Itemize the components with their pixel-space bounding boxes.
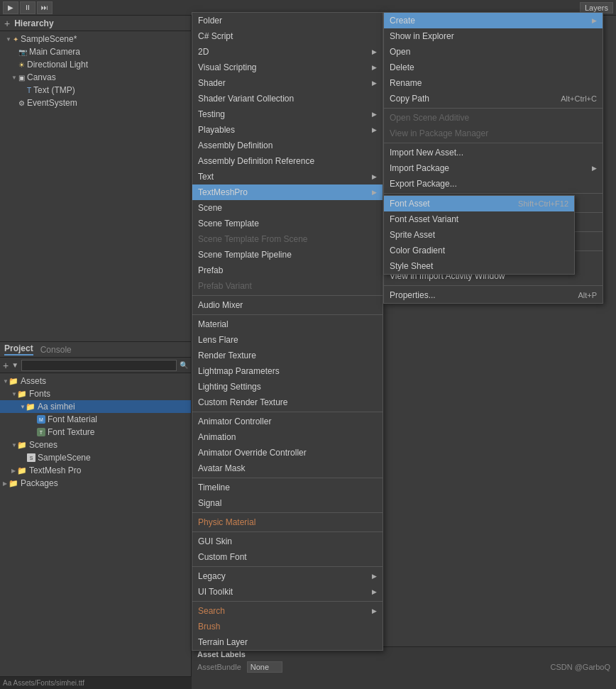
asset-row-fonttexture[interactable]: T Font Texture (0, 426, 191, 439)
menu-item-ui-toolkit[interactable]: UI Toolkit ▶ (192, 584, 383, 600)
search-icon: 🔍 (180, 361, 188, 369)
menu-item-2d[interactable]: 2D ▶ (192, 44, 383, 60)
menu-item-custom-font[interactable]: Custom Font (192, 549, 383, 565)
menu-item-label: Animation (198, 432, 236, 442)
menu-item-physic-material[interactable]: Physic Material (192, 514, 383, 530)
menu-item-label: Font Asset (390, 199, 430, 209)
console-tab[interactable]: Console (40, 345, 72, 355)
menu-item-avatar-mask[interactable]: Avatar Mask (192, 461, 383, 476)
step-button[interactable]: ⏭ (37, 1, 53, 14)
asset-row-packages[interactable]: ▶ 📁 Packages (0, 477, 191, 490)
menu-item-gui-skin[interactable]: GUI Skin (192, 534, 383, 549)
play-button[interactable]: ▶ (3, 1, 18, 14)
hierarchy-item-directionallight[interactable]: ☀ Directional Light (0, 58, 191, 71)
project-panel: Project Console + ▼ 🔍 ▼ 📁 Assets ▼ (0, 342, 191, 689)
submenu-delete[interactable]: Delete (384, 60, 603, 75)
menu-item-brush[interactable]: Brush (192, 619, 383, 634)
project-dropdown-icon[interactable]: ▼ (11, 361, 18, 369)
menu-item-custom-render-texture[interactable]: Custom Render Texture (192, 395, 383, 410)
project-search-input[interactable] (21, 360, 177, 371)
menu-item-animator-controller[interactable]: Animator Controller (192, 414, 383, 429)
submenu-import-package[interactable]: Import Package ▶ (384, 160, 603, 176)
menu-item-assembly-definition[interactable]: Assembly Definition (192, 138, 383, 153)
menu-item-signal[interactable]: Signal (192, 495, 383, 511)
hierarchy-item-samplescene[interactable]: ▼ ✦ SampleScene* (0, 33, 191, 45)
asset-row-aasimhei[interactable]: ▼ 📁 Aa simhei (0, 400, 191, 413)
menu-item-label: Custom Font (198, 552, 247, 562)
menu-item-scene-template[interactable]: Scene Template (192, 216, 383, 231)
menu-item-visual-scripting[interactable]: Visual Scripting ▶ (192, 60, 383, 75)
hierarchy-item-eventsystem[interactable]: ⚙ EventSystem (0, 97, 191, 109)
asset-row-scenes[interactable]: ▼ 📁 Scenes (0, 439, 191, 451)
submenu-arrow-icon: ▶ (372, 573, 377, 580)
submenu-import-new-asset[interactable]: Import New Asset... (384, 145, 603, 160)
menu-item-terrain-layer[interactable]: Terrain Layer (192, 634, 383, 650)
submenu-textmesh-sprite-asset[interactable]: Sprite Asset (384, 227, 574, 243)
menu-item-scene-template-pipeline[interactable]: Scene Template Pipeline (192, 247, 383, 263)
submenu-textmesh-font-asset-variant[interactable]: Font Asset Variant (384, 211, 574, 227)
asset-row-textmeshpro[interactable]: ▶ 📁 TextMesh Pro (0, 464, 191, 477)
menu-divider (384, 285, 603, 286)
hierarchy-title: Hierarchy (14, 18, 53, 28)
project-add-icon[interactable]: + (3, 360, 9, 371)
folder-icon: 📁 (17, 441, 27, 450)
menu-item-label: Shader (198, 78, 226, 88)
menu-item-lightmap-parameters[interactable]: Lightmap Parameters (192, 363, 383, 379)
submenu-export-package[interactable]: Export Package... (384, 176, 603, 192)
arrow-icon: ▶ (3, 480, 9, 487)
submenu-arrow-icon: ▶ (372, 173, 377, 180)
menu-item-assembly-definition-reference[interactable]: Assembly Definition Reference (192, 153, 383, 169)
menu-item-label: Sprite Asset (390, 230, 435, 240)
menu-item-label: Scene Template Pipeline (198, 250, 292, 260)
submenu-textmesh-style-sheet[interactable]: Style Sheet (384, 258, 574, 274)
submenu-copy-path[interactable]: Copy Path Alt+Ctrl+C (384, 91, 603, 106)
submenu-create-item[interactable]: Create ▶ (384, 13, 603, 28)
project-header: Project Console (0, 342, 191, 358)
submenu-open[interactable]: Open (384, 44, 603, 60)
menu-item-folder[interactable]: Folder (192, 13, 383, 28)
asset-bundle-dropdown[interactable]: None (247, 661, 282, 673)
menu-item-label: Physic Material (198, 517, 255, 527)
menu-item-scene[interactable]: Scene (192, 200, 383, 216)
menu-item-playables[interactable]: Playables ▶ (192, 122, 383, 138)
menu-item-search[interactable]: Search ▶ (192, 603, 383, 619)
menu-item-testing[interactable]: Testing ▶ (192, 106, 383, 122)
hierarchy-add-icon[interactable]: + (4, 18, 10, 29)
submenu-properties[interactable]: Properties... Alt+P (384, 287, 603, 303)
menu-item-prefab[interactable]: Prefab (192, 263, 383, 278)
menu-item-label: Open (390, 47, 410, 57)
menu-item-csharp-script[interactable]: C# Script (192, 28, 383, 44)
asset-row-fonts[interactable]: ▼ 📁 Fonts (0, 387, 191, 400)
menu-item-shader-variant-collection[interactable]: Shader Variant Collection (192, 91, 383, 106)
menu-item-render-texture[interactable]: Render Texture (192, 348, 383, 363)
menu-item-audio-mixer[interactable]: Audio Mixer (192, 297, 383, 313)
pause-button[interactable]: ⏸ (20, 1, 35, 14)
submenu-show-in-explorer[interactable]: Show in Explorer (384, 28, 603, 44)
menu-item-lighting-settings[interactable]: Lighting Settings (192, 379, 383, 395)
menu-item-label: C# Script (198, 31, 233, 41)
asset-row-fontmaterial[interactable]: M Font Material (0, 413, 191, 426)
submenu-textmesh-font-asset[interactable]: Font Asset Shift+Ctrl+F12 (384, 196, 574, 211)
arrow-icon: ▼ (3, 378, 9, 385)
menu-item-legacy[interactable]: Legacy ▶ (192, 568, 383, 584)
menu-item-textmeshpro[interactable]: TextMeshPro ▶ (192, 184, 383, 200)
menu-item-label: Import Package (390, 163, 449, 173)
menu-item-animation[interactable]: Animation (192, 429, 383, 445)
submenu-rename[interactable]: Rename (384, 75, 603, 91)
menu-item-text[interactable]: Text ▶ (192, 169, 383, 184)
menu-item-timeline[interactable]: Timeline (192, 480, 383, 495)
menu-item-lens-flare[interactable]: Lens Flare (192, 332, 383, 348)
hierarchy-item-canvas[interactable]: ▼ ▣ Canvas (0, 71, 191, 84)
menu-item-shader[interactable]: Shader ▶ (192, 75, 383, 91)
arrow-icon: ▶ (11, 468, 17, 474)
menu-item-material[interactable]: Material (192, 316, 383, 332)
asset-row-assets[interactable]: ▼ 📁 Assets (0, 375, 191, 387)
hierarchy-item-maincamera[interactable]: 📷 Main Camera (0, 45, 191, 58)
project-tab[interactable]: Project (4, 343, 33, 355)
menu-item-animator-override-controller[interactable]: Animator Override Controller (192, 445, 383, 461)
menu-item-label: Prefab Variant (198, 281, 252, 291)
menu-item-label: Terrain Layer (198, 637, 248, 647)
hierarchy-item-texttmp[interactable]: T Text (TMP) (0, 84, 191, 97)
submenu-textmesh-color-gradient[interactable]: Color Gradient (384, 243, 574, 258)
asset-row-samplescene[interactable]: S SampleScene (0, 451, 191, 464)
